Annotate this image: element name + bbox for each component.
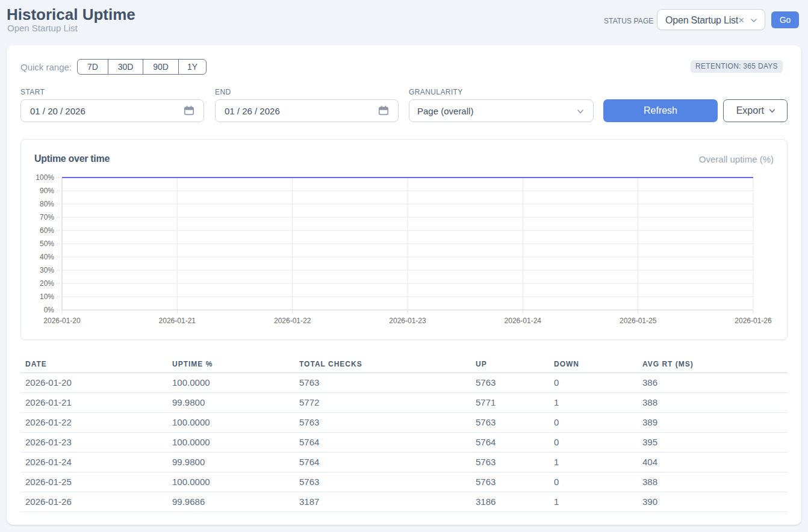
svg-text:40%: 40% xyxy=(40,253,54,261)
svg-text:2026-01-25: 2026-01-25 xyxy=(620,317,657,325)
svg-text:2026-01-23: 2026-01-23 xyxy=(389,317,426,325)
svg-text:2026-01-21: 2026-01-21 xyxy=(159,317,196,325)
svg-text:0%: 0% xyxy=(44,306,55,314)
svg-text:2026-01-24: 2026-01-24 xyxy=(505,317,542,325)
svg-text:50%: 50% xyxy=(40,240,54,248)
svg-text:20%: 20% xyxy=(40,279,54,288)
svg-text:60%: 60% xyxy=(40,226,54,235)
svg-text:90%: 90% xyxy=(40,187,54,195)
svg-text:2026-01-20: 2026-01-20 xyxy=(43,317,81,325)
svg-text:2026-01-22: 2026-01-22 xyxy=(274,317,311,325)
svg-text:30%: 30% xyxy=(40,266,54,274)
svg-text:70%: 70% xyxy=(40,213,54,221)
svg-text:80%: 80% xyxy=(40,200,54,208)
svg-text:2026-01-26: 2026-01-26 xyxy=(735,317,772,325)
svg-text:100%: 100% xyxy=(36,173,54,182)
svg-text:10%: 10% xyxy=(40,292,54,301)
